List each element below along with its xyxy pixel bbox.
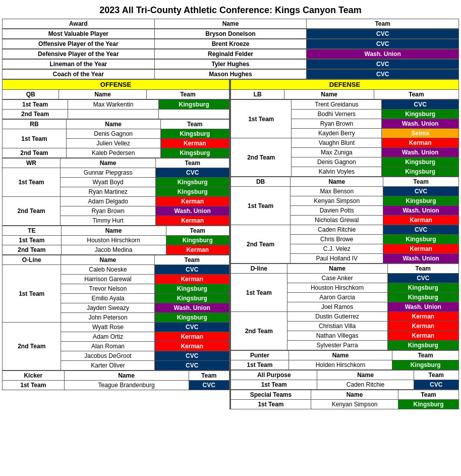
- position-label: TE: [3, 226, 62, 236]
- player-row: 1st TeamHolden HirschkornKingsburg: [231, 360, 459, 370]
- player-row: 1st TeamMax WarkentinKingsburg: [3, 100, 229, 110]
- player-name-cell: Chris Browe: [291, 235, 383, 244]
- position-header-row: WRNameTeam: [3, 158, 229, 168]
- defense-title-row: DEFENSE: [231, 80, 459, 90]
- award-name-cell: Tyler Hughes: [154, 60, 307, 69]
- player-name-cell: Adam Ortiz: [61, 332, 155, 342]
- position-header-row: TENameTeam: [3, 226, 229, 236]
- offense-table: OFFENSE QB Name Team: [2, 79, 229, 99]
- team-slot-cell: 1st Team: [3, 168, 61, 197]
- team-slot-cell: 1st Team: [231, 400, 311, 409]
- player-team-cell: Kerman: [155, 275, 229, 284]
- player-name-cell: Bodhi Verners: [292, 110, 382, 119]
- position-section-table: TENameTeam1st TeamHouston HirschkornKing…: [2, 226, 229, 255]
- offense-title-row: OFFENSE: [3, 80, 229, 90]
- player-name-cell: Joel Ramos: [287, 302, 387, 312]
- player-row: 1st TeamCaden RitchieCVC: [231, 380, 459, 390]
- player-name-cell: Teague Brandenburg: [64, 381, 189, 390]
- player-name-cell: C.J. Velez: [291, 244, 383, 254]
- player-team-cell: CVC: [155, 361, 229, 371]
- team-slot-cell: 2nd Team: [231, 312, 287, 350]
- player-name-cell: Timmy Hurt: [60, 216, 156, 226]
- award-team-cell: CVC: [307, 70, 459, 79]
- player-team-cell: Kingsburg: [392, 360, 459, 370]
- player-name-cell: Alan Roman: [61, 342, 155, 351]
- player-name-cell: Davien Potts: [291, 206, 383, 216]
- awards-data-row: Lineman of the YearTyler HughesCVC: [3, 60, 459, 69]
- position-section-table: PunterNameTeam1st TeamHolden HirschkornK…: [231, 350, 459, 370]
- player-team-cell: Kingsburg: [155, 313, 229, 323]
- player-name-cell: Ryan Martinez: [60, 187, 156, 197]
- player-name-cell: Sylvester Parra: [287, 341, 387, 350]
- awards-rows: Most Valuable PlayerBryson DonelsonCVCOf…: [2, 29, 459, 79]
- page-title: 2023 All Tri-County Athletic Conference:…: [2, 2, 459, 19]
- main-layout: OFFENSE QB Name Team 1st TeamMax Warkent…: [2, 79, 459, 409]
- player-team-cell: Kerman: [156, 197, 229, 206]
- player-row: 1st TeamGunnar PiepgrassCVC: [3, 168, 229, 178]
- defense-pos-header: LB: [231, 90, 284, 99]
- award-cell: Offensive Player of the Year: [3, 39, 155, 49]
- player-team-cell: Kingsburg: [387, 283, 458, 293]
- defense-col-headers: LB Name Team: [231, 90, 459, 99]
- position-section-table: All PurposeNameTeam1st TeamCaden Ritchie…: [231, 370, 459, 390]
- player-row: 1st TeamCaleb NoeskeCVC: [3, 265, 229, 275]
- position-section-table: O-LineNameTeam1st TeamCaleb NoeskeCVCHar…: [2, 255, 229, 371]
- player-name-cell: Max Benson: [291, 187, 383, 196]
- award-cell: Most Valuable Player: [3, 29, 155, 39]
- player-team-cell: Kingsburg: [398, 400, 459, 409]
- team-slot-cell: 1st Team: [3, 381, 65, 390]
- name-col-label: Name: [317, 371, 414, 380]
- player-team-cell: Kingsburg: [382, 167, 459, 177]
- player-row: 2nd TeamDustin GutierrezKerman: [231, 312, 459, 322]
- player-name-cell: Jacobus DeGroot: [61, 351, 155, 361]
- name-col-label: Name: [311, 390, 398, 400]
- player-name-cell: Kaleb Pedersen: [66, 148, 160, 158]
- player-row: 1st TeamTrent GreidanusCVC: [231, 100, 459, 110]
- player-team-cell: Kerman: [155, 332, 229, 342]
- position-label: Punter: [231, 351, 289, 360]
- player-team-cell: Kerman: [383, 244, 459, 254]
- player-name-cell: Ryan Brown: [60, 206, 156, 216]
- position-label: Kicker: [3, 371, 65, 381]
- awards-table: Award Name Team: [2, 19, 459, 29]
- player-team-cell: CVC: [383, 187, 459, 196]
- player-name-cell: Caden Ritchie: [317, 380, 414, 390]
- player-team-cell: Kingsburg: [387, 293, 458, 302]
- player-team-cell: Kerman: [382, 138, 459, 148]
- award-col-header: Award: [3, 19, 155, 29]
- team-col-label: Team: [160, 120, 229, 129]
- awards-data-row: Offensive Player of the YearBrent Kroeze…: [3, 39, 459, 49]
- team-slot-cell: 1st Team: [231, 380, 317, 390]
- player-team-cell: Kerman: [166, 245, 229, 255]
- player-name-cell: Max Zuniga: [292, 148, 382, 157]
- player-team-cell: Kingsburg: [158, 100, 229, 110]
- lb-rows-table: 1st TeamTrent GreidanusCVCBodhi VernersK…: [231, 99, 459, 177]
- name-col-label: Name: [61, 226, 166, 236]
- player-name-cell: John Peterson: [61, 313, 155, 323]
- player-name-cell: Dustin Gutierrez: [287, 312, 387, 322]
- player-name-cell: Aaron Garcia: [287, 293, 387, 302]
- player-team-cell: Kingsburg: [156, 187, 229, 197]
- player-row: 1st TeamKenyan SimpsonKingsburg: [231, 400, 459, 409]
- player-row: 2nd TeamAdam DelgadoKerman: [3, 197, 229, 206]
- player-name-cell: [68, 110, 159, 119]
- player-row: 1st TeamTeague BrandenburgCVC: [3, 381, 229, 390]
- player-team-cell: Wash. Union: [387, 302, 458, 312]
- team-col-label: Team: [392, 351, 459, 360]
- position-header-row: Special TeamsNameTeam: [231, 390, 459, 400]
- position-label: D-line: [231, 264, 287, 274]
- defense-label: DEFENSE: [231, 80, 459, 90]
- player-team-cell: Kingsburg: [160, 148, 229, 158]
- awards-row-table: Lineman of the YearTyler HughesCVC: [2, 59, 459, 69]
- award-name-cell: Bryson Donelson: [154, 29, 307, 39]
- position-header-row: RBNameTeam: [3, 120, 229, 129]
- position-label: DB: [231, 177, 291, 187]
- player-team-cell: Selma: [382, 129, 459, 138]
- position-header-row: DBNameTeam: [231, 177, 459, 187]
- player-team-cell: Kingsburg: [383, 235, 459, 244]
- player-team-cell: Kingsburg: [387, 341, 458, 350]
- player-team-cell: CVC: [383, 225, 459, 235]
- award-team-cell: CVC: [307, 60, 459, 69]
- player-team-cell: Kerman: [383, 216, 459, 225]
- player-team-cell: CVC: [156, 168, 229, 178]
